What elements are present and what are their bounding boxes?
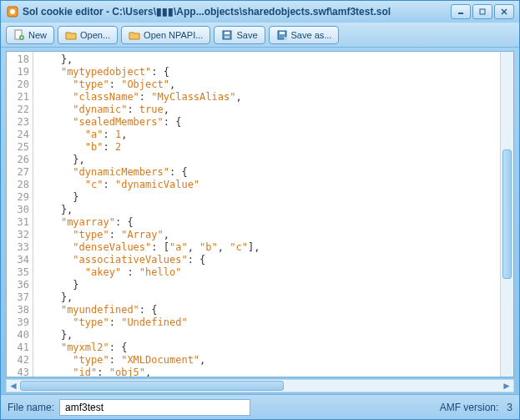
svg-point-1	[10, 9, 15, 14]
vertical-scrollbar[interactable]	[500, 52, 513, 377]
statusbar: File name: AMF version: 3	[1, 394, 519, 419]
line-gutter: 18 19 20 21 22 23 24 25 26 27 28 29 30 3…	[7, 52, 33, 377]
save-as-button[interactable]: Save as...	[269, 26, 340, 44]
open-npapi-button[interactable]: Open NPAPI...	[121, 26, 210, 44]
open-button[interactable]: Open...	[58, 26, 118, 44]
editor: 18 19 20 21 22 23 24 25 26 27 28 29 30 3…	[6, 51, 514, 377]
minimize-button[interactable]	[451, 4, 471, 19]
filename-input[interactable]	[59, 399, 250, 416]
svg-rect-11	[225, 32, 230, 34]
new-label: New	[28, 30, 47, 40]
amf-version-value: 3	[507, 402, 512, 413]
scrollbar-thumb[interactable]	[20, 381, 284, 391]
scrollbar-thumb[interactable]	[502, 149, 512, 280]
window-controls	[451, 4, 514, 19]
titlebar[interactable]: Sol cookie editor - C:\Users\▮▮▮\App...o…	[1, 1, 519, 23]
app-icon	[6, 5, 19, 18]
amf-version-label: AMF version:	[440, 402, 499, 413]
folder-open-icon	[65, 29, 77, 41]
save-as-label: Save as...	[291, 30, 332, 40]
new-file-icon	[13, 29, 25, 41]
code-view[interactable]: }, "mytypedobject": { "type": "Object", …	[33, 52, 500, 377]
svg-rect-3	[480, 9, 485, 14]
close-button[interactable]	[494, 4, 514, 19]
save-label: Save	[236, 30, 257, 40]
scroll-left-arrow[interactable]: ◄	[7, 380, 20, 392]
save-button[interactable]: Save	[214, 26, 265, 44]
scrollbar-track[interactable]	[20, 380, 500, 392]
new-button[interactable]: New	[6, 26, 54, 44]
scroll-right-arrow[interactable]: ►	[500, 380, 513, 392]
window-title: Sol cookie editor - C:\Users\▮▮▮\App...o…	[23, 6, 451, 18]
save-icon	[221, 29, 233, 41]
svg-rect-12	[225, 36, 230, 38]
open-npapi-label: Open NPAPI...	[144, 30, 203, 40]
horizontal-scrollbar[interactable]: ◄ ►	[6, 379, 514, 392]
maximize-button[interactable]	[472, 4, 492, 19]
open-label: Open...	[80, 30, 110, 40]
svg-rect-14	[280, 32, 285, 34]
toolbar: New Open... Open NPAPI... Save Save as..…	[1, 23, 519, 48]
app-window: Sol cookie editor - C:\Users\▮▮▮\App...o…	[0, 0, 520, 420]
folder-open-icon	[129, 29, 140, 41]
save-as-icon	[276, 29, 288, 41]
filename-label: File name:	[8, 402, 54, 413]
